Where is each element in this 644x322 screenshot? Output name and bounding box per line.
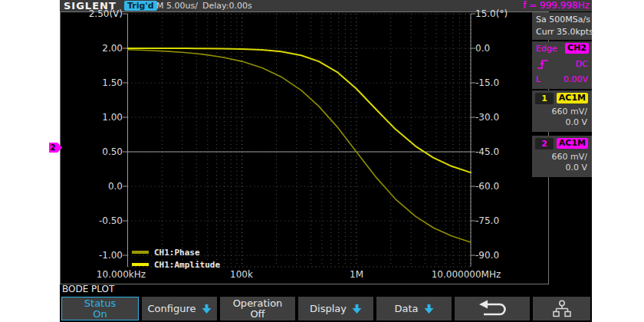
back-button[interactable] (455, 297, 530, 320)
left-axis-tick: 0.50 (67, 146, 123, 157)
left-axis-tick: -0.50 (67, 215, 123, 226)
right-axis-tick: -45.0 (475, 146, 529, 157)
phase-color-swatch (132, 251, 149, 254)
amplitude-color-swatch (132, 263, 149, 266)
display-button-label: Display (310, 304, 347, 314)
left-axis-tick: 1.00 (67, 112, 123, 123)
operation-button[interactable]: Operation Off (220, 297, 295, 320)
status-button-value: On (93, 309, 107, 320)
sample-rate: Sa 500MSa/s (536, 14, 588, 26)
channel-1-scale: 660 mV/ (552, 107, 587, 117)
channel-2-offset: 0.0 V (565, 163, 587, 172)
channel-1-info-box[interactable]: 1 AC1M 660 mV/ 0.0 V (532, 90, 592, 132)
operation-button-value: Off (250, 309, 264, 320)
x-axis-tick: 1M (350, 269, 363, 280)
svg-text:2: 2 (51, 143, 56, 152)
channel-2-number: 2 (535, 138, 554, 150)
status-button[interactable]: Status On (61, 297, 139, 320)
legend-label: CH1:Phase (154, 248, 200, 258)
trigger-source-badge: CH2 (565, 43, 589, 54)
network-icon (552, 299, 572, 318)
channel-1-coupling-badge: AC1M (557, 93, 588, 104)
left-axis-tick: -1.00 (67, 250, 123, 261)
acquisition-info-box[interactable]: Sa 500MSa/s Curr 35.0kpts (532, 12, 592, 40)
x-axis-tick: 10.000000MHz (432, 269, 501, 280)
x-axis-tick: 100k (230, 269, 253, 280)
legend-item-phase: CH1:Phase (132, 246, 220, 258)
right-axis-tick: 15.0(°) (475, 8, 529, 19)
rising-edge-icon (536, 58, 550, 71)
right-axis-tick: -90.0 (475, 250, 529, 261)
menu-title: BODE PLOT (62, 284, 114, 294)
data-button-label: Data (394, 304, 418, 314)
left-axis-tick: 2.00 (67, 43, 123, 54)
data-button[interactable]: Data (376, 297, 452, 320)
channel-2-info-box[interactable]: 2 AC1M 660 mV/ 0.0 V (532, 136, 592, 177)
operation-button-label: Operation (233, 298, 283, 309)
left-axis-tick: 2.50(V) (67, 8, 123, 19)
x-axis-tick: 10.000kHz (97, 269, 146, 280)
back-icon (475, 299, 509, 319)
dropdown-arrow-icon (202, 304, 212, 314)
trigger-level-label: L (536, 74, 540, 84)
network-utility-button[interactable] (533, 297, 590, 320)
trigger-info-box[interactable]: Edge CH2 DC L 0.00V (532, 41, 592, 89)
memory-depth: Curr 35.0kpts (536, 26, 588, 38)
legend-label: CH1:Amplitude (154, 260, 220, 270)
legend-item-amplitude: CH1:Amplitude (132, 258, 220, 271)
left-axis-tick: 0.0 (67, 181, 123, 192)
trigger-level-value: 0.00V (564, 74, 588, 84)
channel-2-scale: 660 mV/ (552, 152, 587, 162)
dropdown-arrow-icon (352, 304, 362, 314)
right-axis-tick: -15.0 (475, 77, 529, 88)
right-axis-tick: -75.0 (475, 215, 529, 226)
dropdown-arrow-icon (424, 304, 434, 314)
chart-legend: CH1:Phase CH1:Amplitude (132, 246, 220, 271)
right-axis-tick: -60.0 (475, 181, 529, 192)
right-axis-tick: 0.0 (475, 43, 529, 54)
channel-1-number: 1 (535, 93, 554, 104)
oscilloscope-screenshot: SIGLENT Trig'd M 5.00us/ Delay:0.00s f =… (0, 0, 644, 322)
display-button[interactable]: Display (298, 297, 373, 320)
left-axis-tick: 1.50 (67, 77, 123, 88)
channel-1-offset: 0.0 V (565, 117, 587, 127)
channel-2-coupling-badge: AC1M (557, 138, 588, 149)
configure-button[interactable]: Configure (142, 297, 217, 320)
status-button-label: Status (84, 298, 116, 309)
configure-button-label: Configure (147, 304, 196, 314)
trigger-coupling: DC (576, 59, 588, 69)
right-axis-tick: -30.0 (475, 112, 529, 123)
trigger-type: Edge (536, 44, 557, 54)
